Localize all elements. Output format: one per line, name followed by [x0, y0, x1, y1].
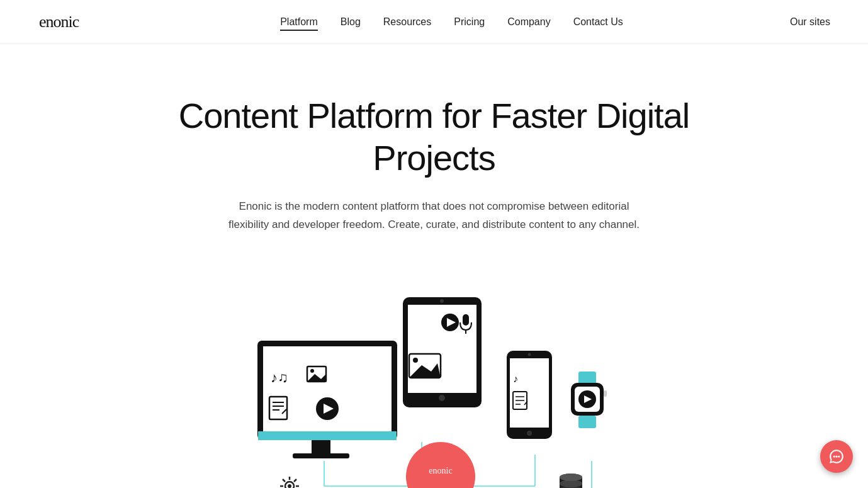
svg-rect-28 — [312, 439, 330, 455]
svg-point-44 — [440, 299, 444, 303]
svg-point-50 — [413, 358, 418, 363]
svg-point-11 — [288, 484, 291, 488]
svg-point-53 — [527, 431, 532, 436]
svg-rect-61 — [578, 372, 596, 384]
hero-title: Content Platform for Faster Digital Proj… — [176, 94, 692, 179]
nav-link-blog[interactable]: Blog — [341, 16, 361, 30]
svg-point-33 — [310, 369, 314, 373]
svg-text:enonic: enonic — [39, 13, 79, 31]
svg-rect-64 — [578, 416, 596, 428]
hero-section: Content Platform for Faster Digital Proj… — [151, 44, 718, 259]
gear-icon — [280, 477, 299, 488]
nav-item-pricing[interactable]: Pricing — [454, 16, 485, 28]
nav-link-platform[interactable]: Platform — [280, 16, 318, 31]
svg-point-69 — [835, 455, 837, 457]
nav-link-resources[interactable]: Resources — [383, 16, 431, 30]
watch-icon — [571, 372, 607, 428]
our-sites-link[interactable]: Our sites — [790, 16, 830, 27]
svg-text:♪: ♪ — [513, 373, 518, 384]
nav-link-company[interactable]: Company — [507, 16, 550, 30]
nav-item-platform[interactable]: Platform — [280, 16, 318, 28]
svg-point-68 — [833, 455, 835, 457]
hub-circle — [406, 442, 475, 488]
nav-right[interactable]: Our sites — [790, 16, 830, 28]
database-icon — [560, 474, 582, 488]
phone-icon: ♪ — [507, 351, 552, 439]
nav-item-blog[interactable]: Blog — [341, 16, 361, 28]
nav-link-pricing[interactable]: Pricing — [454, 16, 485, 30]
nav-item-company[interactable]: Company — [507, 16, 550, 28]
svg-point-70 — [838, 455, 840, 457]
svg-rect-47 — [463, 314, 469, 326]
svg-rect-52 — [510, 358, 549, 428]
hero-illustration: enonic ♪♫ — [0, 278, 868, 488]
hero-subtitle: Enonic is the modern content platform th… — [220, 198, 648, 234]
nav-links: Platform Blog Resources Pricing Company … — [280, 16, 623, 28]
svg-rect-67 — [604, 390, 607, 397]
svg-line-18 — [294, 479, 296, 482]
monitor-icon: ♪♫ — [258, 341, 397, 458]
svg-point-24 — [560, 474, 582, 481]
nav-item-resources[interactable]: Resources — [383, 16, 431, 28]
nav-link-contact[interactable]: Contact Us — [573, 16, 623, 30]
logo[interactable]: enonic — [38, 8, 113, 36]
nav-item-contact[interactable]: Contact Us — [573, 16, 623, 28]
svg-rect-30 — [258, 431, 397, 440]
svg-text:enonic: enonic — [429, 466, 452, 475]
svg-text:♪♫: ♪♫ — [271, 370, 288, 385]
navbar: enonic Platform Blog Resources Pricing C… — [0, 0, 868, 44]
chat-button[interactable] — [820, 440, 853, 473]
tablet-icon — [403, 297, 482, 407]
svg-point-43 — [439, 395, 445, 401]
svg-rect-29 — [293, 453, 349, 458]
svg-point-54 — [527, 353, 531, 356]
svg-line-16 — [283, 479, 285, 482]
